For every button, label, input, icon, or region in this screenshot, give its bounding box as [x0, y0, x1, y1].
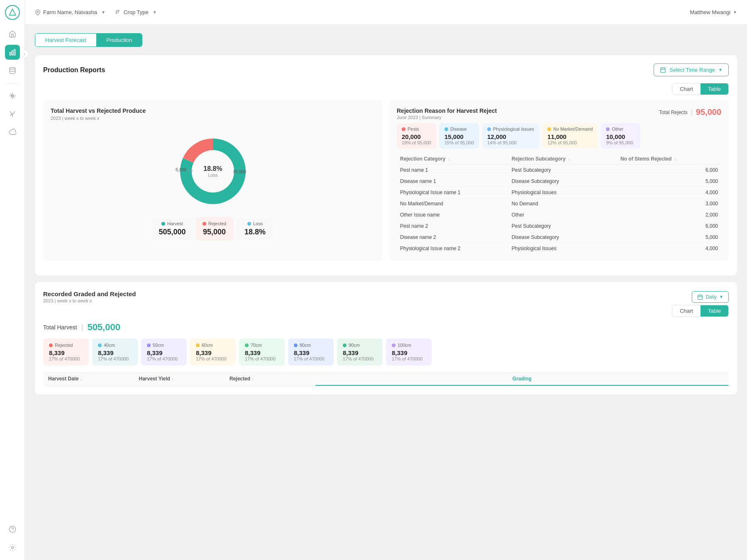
harvest-label: Harvest — [167, 221, 183, 226]
dot-red2 — [49, 343, 53, 347]
calendar-icon-2 — [697, 294, 703, 300]
header: Farm Name, Naivasha ▼ Crop Type ▼ Matthe… — [25, 0, 747, 25]
crop-type-label: Crop Type — [124, 9, 149, 15]
header-filters: Farm Name, Naivasha ▼ Crop Type ▼ — [35, 9, 157, 15]
grade-pills-row: Rejected 8,339 17% of 470000 40cm 8,339 … — [43, 338, 729, 365]
sidebar-item-database[interactable] — [5, 63, 20, 78]
total-harvest-label: Total Harvest — [43, 324, 77, 331]
table-btn-2[interactable]: Table — [701, 305, 728, 317]
total-rejects-label: Total Rejects — [659, 110, 688, 115]
section2-header: Recorded Graded and Rejected 2023 | week… — [43, 290, 729, 303]
sidebar-divider1 — [6, 83, 19, 83]
legend-loss: Loss 18.8% — [237, 217, 274, 241]
dot-seafoam — [343, 343, 347, 347]
grade-pill-70cm: 70cm 8,339 17% of 470000 — [239, 338, 285, 365]
col-grading: Grading — [315, 373, 729, 386]
select-time-range-button[interactable]: Select Time Range ▼ — [654, 63, 729, 76]
rejected-value: 95,000 — [203, 228, 226, 236]
grade-pill-rejected: Rejected 8,339 17% of 470000 — [43, 338, 89, 365]
col-rejected-bt[interactable]: Rejected ↓ — [225, 373, 315, 386]
sidebar-item-cloud[interactable] — [5, 125, 20, 140]
dot-orange — [196, 343, 200, 347]
total-rejects-value: 95,000 — [696, 107, 721, 117]
donut-title: Total Harvest vs Rejected Produce — [51, 107, 375, 114]
donut-subtitle: 2023 | week x to week x — [51, 116, 375, 121]
sidebar-item-home[interactable] — [5, 27, 20, 41]
donut-legend: Harvest 505,000 Rejected 95,000 Loss 18.… — [51, 217, 375, 241]
daily-label: Daily — [706, 294, 717, 300]
harvest-value: 505,000 — [159, 228, 186, 236]
sidebar-toggle[interactable]: › — [20, 50, 29, 58]
chart-btn-1[interactable]: Chart — [672, 83, 701, 95]
user-dropdown-arrow: ▼ — [733, 10, 737, 15]
section2-subtitle: 2023 | week x to week x — [43, 298, 136, 303]
total-harvest-value: 505,000 — [87, 322, 120, 333]
production-reports-title: Production Reports — [43, 66, 105, 74]
total-harvest-row: Total Harvest | 505,000 — [43, 322, 729, 333]
rejection-table-wrapper: Rejection Category ↓ Rejection Subcatego… — [397, 153, 721, 253]
main-content: Farm Name, Naivasha ▼ Crop Type ▼ Matthe… — [25, 0, 747, 560]
crop-icon — [115, 10, 121, 15]
recorded-graded-section: Recorded Graded and Rejected 2023 | week… — [35, 282, 737, 394]
table-row: Pest name 1Pest Subcategory6,000 — [397, 165, 721, 176]
table-row: Pest name 2Pest Subcategory6,000 — [397, 221, 721, 232]
nomarket-dot — [547, 127, 551, 131]
col-harvest-yield[interactable]: Harvest Yield ↓ — [134, 373, 225, 386]
rejected-label: Rejected — [208, 221, 226, 226]
rejection-table: Rejection Category ↓ Rejection Subcatego… — [397, 153, 721, 253]
loss-label: Loss — [253, 221, 263, 226]
time-range-arrow: ▼ — [718, 68, 723, 72]
cat-pill-other: Other 10,000 9% of 95,000 — [601, 123, 640, 149]
sidebar-item-plant[interactable] — [5, 107, 20, 122]
select-time-range-label: Select Time Range — [669, 67, 715, 73]
sidebar: › — [0, 0, 25, 560]
legend-rejected: Rejected 95,000 — [196, 217, 233, 241]
table-btn-1[interactable]: Table — [701, 83, 728, 95]
loss-value: 18.8% — [244, 228, 266, 236]
rejected-dot — [203, 222, 206, 226]
section2-title: Recorded Graded and Rejected — [43, 290, 136, 297]
rejection-subtitle: June 2023 | Summary — [397, 115, 497, 120]
table-row: Physiological Issue name 1Physiological … — [397, 187, 721, 198]
col-rejection-subcategory[interactable]: Rejection Subcategory ↓ — [508, 153, 617, 165]
svg-rect-22 — [698, 295, 703, 299]
sidebar-item-analytics[interactable] — [5, 45, 20, 60]
crop-type-filter[interactable]: Crop Type ▼ — [115, 9, 157, 15]
donut-visual: 505,000 95,000 18.8% Loss — [51, 126, 375, 217]
sidebar-item-help[interactable] — [5, 522, 20, 537]
dot-lavender — [147, 343, 151, 347]
bottom-table-header: Harvest Date ↓ Harvest Yield ↓ Rejected … — [43, 373, 729, 386]
farm-name-filter[interactable]: Farm Name, Naivasha ▼ — [35, 9, 105, 15]
dot-lilac — [392, 343, 395, 347]
tab-production[interactable]: Production — [96, 34, 142, 46]
view-toggle-2: Chart Table — [672, 305, 729, 317]
sidebar-item-settings[interactable] — [5, 540, 20, 555]
production-reports-card: Production Reports Select Time Range ▼ — [35, 55, 737, 275]
dot-cornblue — [294, 343, 298, 347]
table-row: Disease name 1Disease Subcategory5,000 — [397, 176, 721, 187]
logo[interactable] — [5, 5, 20, 20]
other-dot — [606, 127, 610, 131]
loss-dot — [247, 222, 251, 226]
chart-btn-2[interactable]: Chart — [672, 305, 701, 317]
grade-pill-40cm: 40cm 8,339 17% of 470000 — [92, 338, 138, 365]
col-stems-rejected[interactable]: No of Stems Rejected ↓ — [617, 153, 721, 165]
legend-harvest: Harvest 505,000 — [152, 217, 192, 241]
col-rejection-category[interactable]: Rejection Category ↓ — [397, 153, 508, 165]
svg-rect-0 — [10, 52, 11, 55]
table-row: Other Issue nameOther2,000 — [397, 209, 721, 221]
donut-svg-container: 505,000 95,000 18.8% Loss — [176, 134, 250, 209]
col-harvest-date[interactable]: Harvest Date ↓ — [43, 373, 134, 386]
sidebar-item-plant-add[interactable] — [5, 88, 20, 103]
svg-point-3 — [10, 68, 15, 70]
user-menu[interactable]: Matthew Mwangi ▼ — [690, 9, 737, 15]
cat-pill-nomarket: No Market/Demand 11,000 12% of 95,000 — [542, 123, 598, 149]
svg-text:95,000: 95,000 — [233, 170, 246, 174]
location-icon — [35, 10, 41, 15]
table-row: Physiological Issue name 2Physiological … — [397, 243, 721, 253]
dot-blue2 — [98, 343, 102, 347]
grade-pill-100cm: 100cm 8,339 17% of 470000 — [386, 338, 432, 365]
production-reports-header: Production Reports Select Time Range ▼ — [43, 63, 729, 76]
daily-button[interactable]: Daily ▼ — [692, 291, 729, 303]
tab-harvest-forecast[interactable]: Harvest Forecast — [35, 34, 96, 46]
